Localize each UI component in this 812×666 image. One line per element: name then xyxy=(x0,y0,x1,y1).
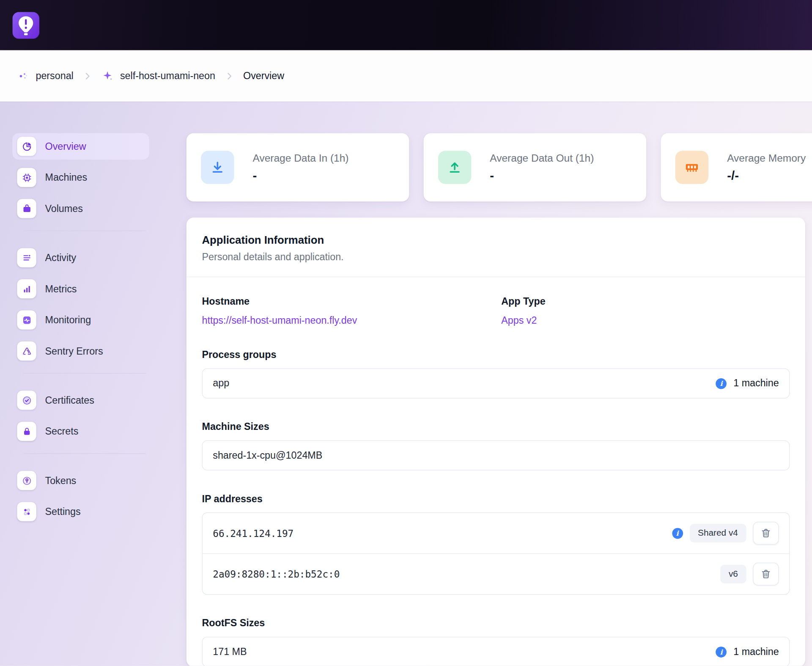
ip-type-badge: v6 xyxy=(720,565,746,583)
stat-label: Average Data Out (1h) xyxy=(490,152,594,164)
application-information-card: Application Information Personal details… xyxy=(187,217,805,666)
stat-label: Average Data In (1h) xyxy=(253,152,349,164)
chevron-right-icon xyxy=(224,71,234,81)
stat-value: - xyxy=(253,168,349,182)
app-type-label: App Type xyxy=(501,296,790,307)
info-icon[interactable]: i xyxy=(716,647,727,658)
sentry-errors-icon xyxy=(17,341,36,361)
sidebar-item-label: Certificates xyxy=(45,394,94,406)
delete-ip-button[interactable] xyxy=(753,563,779,586)
machine-sizes-section: Machine Sizes shared-1x-cpu@1024MB xyxy=(202,421,790,471)
ip-addresses-label: IP addresses xyxy=(202,493,790,505)
ip-row: 2a09:8280:1::2b:b52c:0 v6 xyxy=(203,553,789,594)
stat-label: Average Memory xyxy=(727,152,806,164)
main-content: Average Data In (1h) - Average Data Out … xyxy=(187,133,812,666)
sidebar-item-label: Sentry Errors xyxy=(45,345,103,357)
hostname-link[interactable]: https://self-host-umami-neon.fly.dev xyxy=(202,315,357,326)
card-body: Hostname https://self-host-umami-neon.fl… xyxy=(187,277,805,666)
stat-value: -/- xyxy=(727,168,806,182)
sidebar-item-machines[interactable]: Machines xyxy=(12,164,149,190)
machine-sizes-label: Machine Sizes xyxy=(202,421,790,433)
stat-card-data-in: Average Data In (1h) - xyxy=(187,133,409,202)
sidebar-item-settings[interactable]: Settings xyxy=(12,498,149,525)
chevron-right-icon xyxy=(82,71,93,81)
rootfs-size-value: 171 MB xyxy=(213,646,247,658)
sidebar-item-label: Settings xyxy=(45,506,81,517)
app-type-field: App Type Apps v2 xyxy=(501,296,790,326)
process-groups-section: Process groups app i 1 machine xyxy=(202,349,790,398)
sidebar-item-label: Volumes xyxy=(45,203,83,214)
rootfs-machine-count: 1 machine xyxy=(733,646,779,658)
delete-ip-button[interactable] xyxy=(753,522,779,545)
machines-icon xyxy=(17,168,36,187)
rootfs-label: RootFS Sizes xyxy=(202,618,790,629)
sidebar-item-tokens[interactable]: Tokens xyxy=(12,467,149,493)
sidebar-item-secrets[interactable]: Secrets xyxy=(12,418,149,444)
sparkle-icon xyxy=(102,70,113,82)
top-header xyxy=(0,0,812,50)
sidebar-item-volumes[interactable]: Volumes xyxy=(12,195,149,222)
breadcrumb-app[interactable]: self-host-umami-neon xyxy=(120,70,215,82)
process-groups-label: Process groups xyxy=(202,349,790,361)
app-type-link[interactable]: Apps v2 xyxy=(501,315,537,326)
volumes-icon xyxy=(17,199,36,218)
ip-address: 2a09:8280:1::2b:b52c:0 xyxy=(213,569,340,580)
sidebar-item-monitoring[interactable]: Monitoring xyxy=(12,307,149,333)
metrics-icon xyxy=(17,279,36,298)
content-area: Overview Machines xyxy=(0,102,812,666)
info-icon[interactable]: i xyxy=(672,528,683,539)
monitoring-icon xyxy=(17,310,36,329)
rootfs-section: RootFS Sizes 171 MB i 1 machine xyxy=(202,618,790,666)
activity-icon xyxy=(17,248,36,267)
sidebar-item-overview[interactable]: Overview xyxy=(12,133,149,160)
sidebar-item-label: Tokens xyxy=(45,475,77,486)
page: personal self-host-umami-neon Overview xyxy=(0,0,812,666)
sidebar: Overview Machines xyxy=(12,133,149,530)
stat-value: - xyxy=(490,168,594,182)
stat-card-data-out: Average Data Out (1h) - xyxy=(424,133,647,202)
machine-size-value: shared-1x-cpu@1024MB xyxy=(213,450,322,461)
secrets-lock-icon xyxy=(17,422,36,441)
process-group-row: app i 1 machine xyxy=(202,369,790,399)
settings-icon xyxy=(17,502,36,521)
card-subtitle: Personal details and application. xyxy=(202,251,790,263)
process-group-machine-count: 1 machine xyxy=(733,378,779,389)
ip-address: 66.241.124.197 xyxy=(213,528,294,539)
process-group-name: app xyxy=(213,378,229,389)
sidebar-item-label: Metrics xyxy=(45,283,77,294)
sidebar-item-sentry-errors[interactable]: Sentry Errors xyxy=(12,338,149,364)
card-title: Application Information xyxy=(202,234,790,246)
ip-type-badge: Shared v4 xyxy=(689,524,746,542)
sidebar-item-metrics[interactable]: Metrics xyxy=(12,275,149,302)
sidebar-item-certificates[interactable]: Certificates xyxy=(12,387,149,413)
hostname-label: Hostname xyxy=(202,296,502,307)
sidebar-item-label: Activity xyxy=(45,252,77,264)
sidebar-divider xyxy=(23,373,146,374)
sidebar-item-label: Monitoring xyxy=(45,314,91,326)
sidebar-item-activity[interactable]: Activity xyxy=(12,245,149,271)
organization-icon xyxy=(18,70,29,82)
fly-logo[interactable] xyxy=(12,12,39,39)
breadcrumb: personal self-host-umami-neon Overview xyxy=(0,50,812,102)
card-header: Application Information Personal details… xyxy=(187,217,805,277)
stats-row: Average Data In (1h) - Average Data Out … xyxy=(187,133,812,202)
certificates-icon xyxy=(17,391,36,410)
info-icon[interactable]: i xyxy=(716,378,727,389)
tokens-key-icon xyxy=(17,471,36,490)
overview-icon xyxy=(17,137,36,156)
machine-size-row: shared-1x-cpu@1024MB xyxy=(202,440,790,471)
ip-addresses-section: IP addresses 66.241.124.197 i Shared v4 xyxy=(202,493,790,595)
sidebar-divider xyxy=(23,231,146,231)
upload-icon xyxy=(438,151,471,184)
sidebar-item-label: Secrets xyxy=(45,426,79,437)
download-icon xyxy=(201,151,234,184)
memory-icon xyxy=(675,151,708,184)
rootfs-row: 171 MB i 1 machine xyxy=(202,637,790,666)
breadcrumb-org[interactable]: personal xyxy=(36,70,73,82)
sidebar-divider xyxy=(23,453,146,454)
ip-row: 66.241.124.197 i Shared v4 xyxy=(203,513,789,553)
sidebar-item-label: Overview xyxy=(45,140,86,152)
sidebar-item-label: Machines xyxy=(45,172,88,183)
breadcrumb-page: Overview xyxy=(243,70,284,82)
ip-address-list: 66.241.124.197 i Shared v4 xyxy=(202,512,790,595)
